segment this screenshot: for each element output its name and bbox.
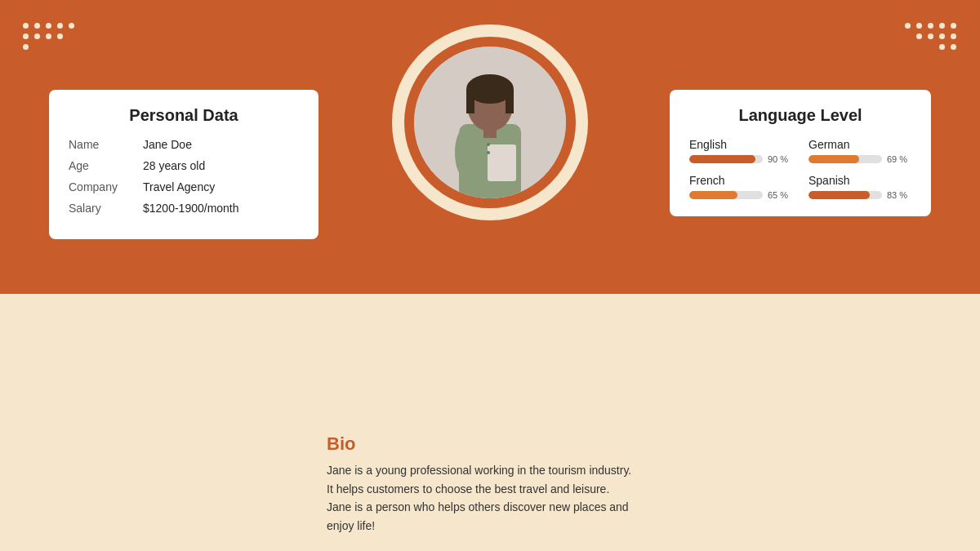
dots-top-right bbox=[905, 23, 957, 50]
data-label: Age bbox=[69, 159, 130, 172]
data-value: Jane Doe bbox=[143, 138, 192, 151]
data-value: Travel Agency bbox=[143, 180, 215, 193]
svg-point-11 bbox=[487, 151, 490, 154]
language-card: Language Level English 90 % German 69 % … bbox=[670, 90, 931, 216]
lang-percent: 69 % bbox=[887, 154, 907, 164]
bio-section: Bio Jane is a young professional working… bbox=[327, 433, 637, 535]
lang-percent: 65 % bbox=[768, 190, 788, 200]
svg-rect-5 bbox=[506, 89, 514, 113]
profile-photo-circle bbox=[392, 24, 588, 220]
svg-rect-6 bbox=[483, 128, 497, 138]
lang-bar-fill bbox=[689, 191, 737, 199]
language-item: German 69 % bbox=[808, 138, 911, 164]
profile-photo-svg bbox=[414, 47, 566, 198]
lang-progress: 65 % bbox=[689, 190, 792, 200]
lang-bar-fill bbox=[808, 155, 859, 163]
lang-bar-bg bbox=[689, 191, 763, 199]
svg-point-8 bbox=[455, 130, 471, 176]
page: Personal Data NameJane DoeAge28 years ol… bbox=[0, 0, 980, 551]
language-item: French 65 % bbox=[689, 174, 792, 200]
language-item: English 90 % bbox=[689, 138, 792, 164]
svg-point-10 bbox=[487, 143, 490, 146]
personal-data-card: Personal Data NameJane DoeAge28 years ol… bbox=[49, 90, 318, 239]
lang-percent: 83 % bbox=[887, 190, 907, 200]
svg-rect-7 bbox=[488, 144, 516, 181]
language-title: Language Level bbox=[689, 106, 911, 125]
data-label: Company bbox=[69, 180, 130, 193]
data-label: Name bbox=[69, 138, 130, 151]
lang-bar-bg bbox=[808, 155, 882, 163]
data-value: 28 years old bbox=[143, 159, 205, 172]
personal-data-row: Age28 years old bbox=[69, 159, 299, 172]
lang-progress: 90 % bbox=[689, 154, 792, 164]
lang-percent: 90 % bbox=[768, 154, 788, 164]
dots-top-left bbox=[23, 23, 75, 50]
data-label: Salary bbox=[69, 202, 130, 215]
personal-data-title: Personal Data bbox=[69, 106, 299, 125]
personal-data-row: CompanyTravel Agency bbox=[69, 180, 299, 193]
data-value: $1200-1900/month bbox=[143, 202, 239, 215]
personal-data-row: NameJane Doe bbox=[69, 138, 299, 151]
lang-bar-bg bbox=[808, 191, 882, 199]
lang-name: French bbox=[689, 174, 792, 187]
lang-name: German bbox=[808, 138, 911, 151]
lang-progress: 69 % bbox=[808, 154, 911, 164]
personal-data-row: Salary$1200-1900/month bbox=[69, 202, 299, 215]
svg-point-9 bbox=[487, 135, 490, 138]
top-section: Personal Data NameJane DoeAge28 years ol… bbox=[0, 0, 980, 294]
profile-photo-inner bbox=[404, 37, 576, 208]
lang-bar-bg bbox=[689, 155, 763, 163]
bio-text: Jane is a young professional working in … bbox=[327, 461, 637, 535]
lang-progress: 83 % bbox=[808, 190, 911, 200]
lang-bar-fill bbox=[689, 155, 755, 163]
language-item: Spanish 83 % bbox=[808, 174, 911, 200]
lang-bar-fill bbox=[808, 191, 870, 199]
lang-name: English bbox=[689, 138, 792, 151]
lang-name: Spanish bbox=[808, 174, 911, 187]
bottom-section: Prefer Destination Japan 94 % France 70 … bbox=[0, 294, 980, 551]
bio-title: Bio bbox=[327, 433, 637, 455]
svg-rect-4 bbox=[466, 89, 474, 113]
